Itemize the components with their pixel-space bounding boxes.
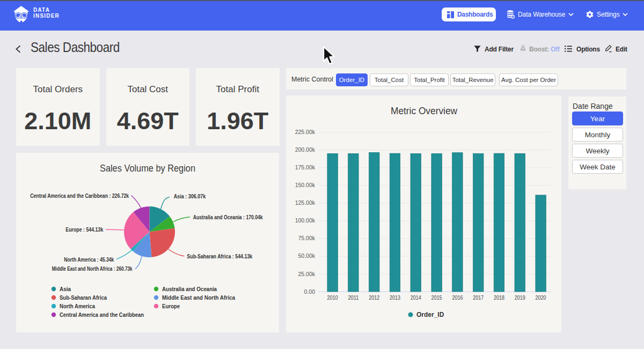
svg-text:2016: 2016 — [452, 294, 463, 301]
svg-text:2010: 2010 — [327, 294, 338, 301]
svg-text:200.00k: 200.00k — [295, 146, 316, 153]
svg-text:Europe : 544.13k: Europe : 544.13k — [65, 226, 103, 233]
svg-text:Central America and the Caribb: Central America and the Caribbean — [60, 311, 144, 318]
svg-text:100.00k: 100.00k — [295, 217, 316, 224]
svg-text:Sales Volume by Region: Sales Volume by Region — [100, 163, 195, 174]
svg-text:Australia and Oceania: Australia and Oceania — [162, 286, 217, 292]
svg-text:2011: 2011 — [348, 294, 358, 301]
svg-text:North America: North America — [60, 303, 95, 309]
svg-text:Central America and the Caribb: Central America and the Caribbean : 226.… — [30, 192, 129, 199]
svg-text:Australia and Oceania : 170.04: Australia and Oceania : 170.04k — [193, 214, 263, 220]
svg-text:2014: 2014 — [411, 294, 421, 301]
svg-text:Europe: Europe — [162, 303, 180, 309]
svg-text:150.00k: 150.00k — [295, 182, 316, 188]
svg-text:2013: 2013 — [390, 294, 400, 301]
svg-text:75.00k: 75.00k — [298, 235, 315, 241]
svg-text:175.00k: 175.00k — [295, 164, 316, 170]
svg-text:Order_ID: Order_ID — [416, 311, 444, 318]
svg-text:2017: 2017 — [473, 294, 484, 301]
svg-text:2018: 2018 — [494, 294, 504, 301]
svg-text:125.00k: 125.00k — [295, 199, 316, 206]
svg-text:Asia: Asia — [60, 286, 71, 292]
svg-text:Middle East and North Africa: Middle East and North Africa — [162, 294, 236, 301]
svg-text:North America : 45.34k: North America : 45.34k — [64, 256, 114, 263]
svg-text:2012: 2012 — [369, 294, 379, 301]
svg-text:Middle East and North Africa :: Middle East and North Africa : 260.73k — [52, 265, 133, 272]
svg-text:Sub-Saharan Africa : 544.13k: Sub-Saharan Africa : 544.13k — [187, 253, 252, 259]
svg-text:2015: 2015 — [431, 294, 442, 301]
svg-text:Sub-Saharan Africa: Sub-Saharan Africa — [60, 294, 107, 301]
svg-text:0.00: 0.00 — [304, 288, 316, 295]
svg-text:2019: 2019 — [515, 294, 525, 301]
svg-text:2020: 2020 — [536, 294, 546, 301]
svg-text:25.00k: 25.00k — [298, 271, 315, 277]
svg-text:50.00k: 50.00k — [298, 253, 315, 259]
svg-text:225.00k: 225.00k — [295, 129, 316, 135]
svg-text:Metric Overview: Metric Overview — [391, 106, 457, 116]
svg-text:Asia : 306.07k: Asia : 306.07k — [174, 193, 206, 199]
